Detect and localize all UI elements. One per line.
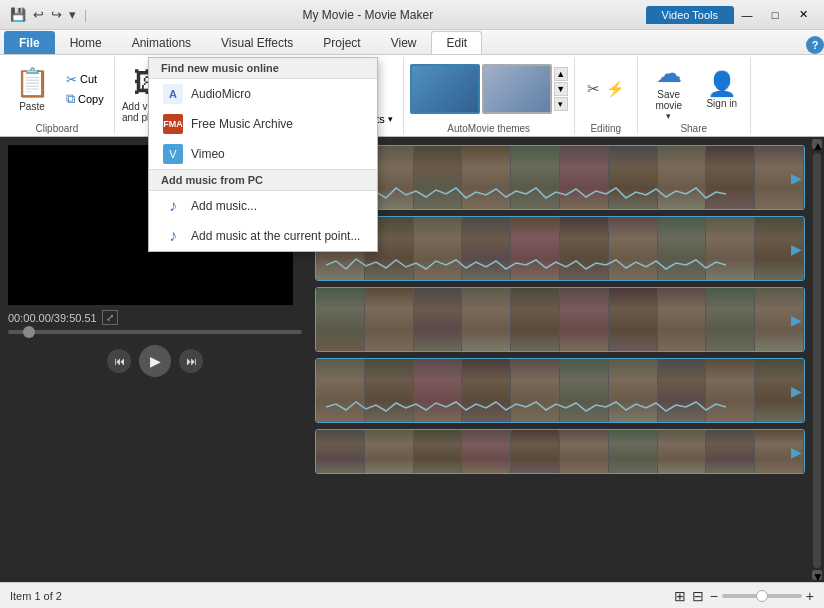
theme-1[interactable] [410, 64, 480, 114]
editing-label: Editing [590, 123, 621, 134]
status-icon-2[interactable]: ⊟ [692, 588, 704, 604]
tab-file[interactable]: File [4, 31, 55, 54]
free-music-archive-item[interactable]: FMA Free Music Archive [149, 109, 377, 139]
credits-dropdown[interactable]: ▾ [388, 114, 393, 124]
status-right: ⊞ ⊟ − + [674, 588, 814, 604]
playback-controls: ⏮ ▶ ⏭ [8, 345, 302, 377]
redo-btn[interactable]: ↪ [49, 6, 64, 23]
share-label: Share [680, 123, 707, 134]
window-controls[interactable]: — □ ✕ [734, 5, 816, 25]
themes-scroll-up[interactable]: ▲ [554, 67, 568, 81]
themes-label: AutoMovie themes [447, 123, 530, 134]
audiomicro-item[interactable]: A AudioMicro [149, 79, 377, 109]
ribbon-tabs: File Home Animations Visual Effects Proj… [0, 30, 824, 55]
ribbon: 📋 Paste ✂ Cut ⧉ Copy Clipboard 🖼 Add vid… [0, 55, 824, 137]
seek-thumb[interactable] [23, 326, 35, 338]
paste-button[interactable]: 📋 Paste [6, 59, 58, 119]
tab-edit[interactable]: Edit [431, 31, 482, 54]
waveform-2 [326, 255, 726, 275]
split-icon[interactable]: ⚡ [604, 78, 627, 100]
zoom-track[interactable] [722, 594, 802, 598]
add-music-pc-icon: ♪ [163, 196, 183, 216]
theme-2[interactable] [482, 64, 552, 114]
status-icon-1[interactable]: ⊞ [674, 588, 686, 604]
zoom-in-icon[interactable]: + [806, 588, 814, 604]
sign-in-avatar-icon: 👤 [707, 70, 737, 98]
close-button[interactable]: ✕ [790, 5, 816, 25]
qat-dropdown[interactable]: ▾ [67, 6, 78, 23]
timeline-panel[interactable] [310, 137, 810, 582]
status-bar: Item 1 of 2 ⊞ ⊟ − + [0, 582, 824, 608]
sign-in-button[interactable]: 👤 Sign in [700, 60, 744, 118]
cut-icon: ✂ [66, 72, 77, 87]
find-online-header: Find new music online [149, 58, 377, 79]
editing-buttons: ✂ ⚡ [585, 78, 627, 100]
timeline-track-2[interactable] [315, 216, 805, 281]
help-button[interactable]: ? [806, 36, 824, 54]
themes-scroll-more[interactable]: ▾ [554, 97, 568, 111]
zoom-out-icon[interactable]: − [710, 588, 718, 604]
scroll-thumb[interactable] [813, 153, 821, 568]
cut-button[interactable]: ✂ Cut [62, 71, 108, 88]
video-tools-tab[interactable]: Video Tools [646, 6, 734, 24]
expand-button[interactable]: ⤢ [102, 310, 118, 325]
timeline-track-5[interactable] [315, 429, 805, 474]
minimize-button[interactable]: — [734, 5, 760, 25]
clipboard-small-btns: ✂ Cut ⧉ Copy [62, 71, 108, 108]
zoom-slider[interactable]: − + [710, 588, 814, 604]
fma-icon: FMA [163, 114, 183, 134]
timeline-track-4[interactable] [315, 358, 805, 423]
save-movie-icon: ☁ [656, 58, 682, 89]
quick-access-toolbar[interactable]: 💾 ↩ ↪ ▾ | [8, 6, 90, 23]
scroll-up-btn[interactable]: ▲ [812, 139, 822, 149]
clipboard-group: 📋 Paste ✂ Cut ⧉ Copy Clipboard [0, 57, 115, 134]
add-music-current-icon: ♪ [163, 226, 183, 246]
preview-time: 00:00.00/39:50.51 ⤢ [8, 310, 302, 325]
add-music-current-item[interactable]: ♪ Add music at the current point... [149, 221, 377, 251]
tab-home[interactable]: Home [55, 31, 117, 54]
play-button[interactable]: ▶ [139, 345, 171, 377]
vimeo-icon: V [163, 144, 183, 164]
paste-icon: 📋 [15, 66, 50, 99]
timeline-track-3[interactable] [315, 287, 805, 352]
waveform-1 [326, 184, 726, 204]
status-item-label: Item 1 of 2 [10, 590, 674, 602]
themes-scroll-controls[interactable]: ▲ ▼ ▾ [554, 67, 568, 111]
zoom-thumb[interactable] [756, 590, 768, 602]
timeline-track-1[interactable] [315, 145, 805, 210]
window-title: My Movie - Movie Maker [90, 8, 645, 22]
audiomicro-icon: A [163, 84, 183, 104]
scroll-down-btn[interactable]: ▼ [812, 570, 822, 580]
tab-animations[interactable]: Animations [117, 31, 206, 54]
vimeo-item[interactable]: V Vimeo [149, 139, 377, 169]
prev-frame-button[interactable]: ⏮ [107, 349, 131, 373]
waveform-4 [326, 397, 726, 417]
main-area: 00:00.00/39:50.51 ⤢ ⏮ ▶ ⏭ [0, 137, 824, 582]
themes-scroll-down[interactable]: ▼ [554, 82, 568, 96]
maximize-button[interactable]: □ [762, 5, 788, 25]
copy-button[interactable]: ⧉ Copy [62, 90, 108, 108]
next-frame-button[interactable]: ⏭ [179, 349, 203, 373]
tab-view[interactable]: View [376, 31, 432, 54]
editing-group: ✂ ⚡ Editing [575, 57, 638, 134]
add-music-pc-item[interactable]: ♪ Add music... [149, 191, 377, 221]
add-music-dropdown-menu: Find new music online A AudioMicro FMA F… [148, 57, 378, 252]
timeline-scrollbar[interactable]: ▲ ▼ [810, 137, 824, 582]
trim-icon[interactable]: ✂ [585, 78, 602, 100]
copy-icon: ⧉ [66, 91, 75, 107]
save-movie-button[interactable]: ☁ Save movie ▾ [644, 60, 694, 118]
themes-group: ▲ ▼ ▾ AutoMovie themes [404, 57, 575, 134]
title-bar: 💾 ↩ ↪ ▾ | My Movie - Movie Maker Video T… [0, 0, 824, 30]
from-pc-header: Add music from PC [149, 170, 377, 191]
save-qat-btn[interactable]: 💾 [8, 6, 28, 23]
share-group: ☁ Save movie ▾ 👤 Sign in Share [638, 57, 751, 134]
undo-btn[interactable]: ↩ [31, 6, 46, 23]
filmstrip-5 [316, 430, 804, 473]
seek-bar[interactable] [8, 330, 302, 334]
tab-project[interactable]: Project [308, 31, 375, 54]
clipboard-label: Clipboard [35, 123, 78, 134]
tab-visual-effects[interactable]: Visual Effects [206, 31, 308, 54]
save-movie-dropdown[interactable]: ▾ [666, 111, 671, 121]
filmstrip-3 [316, 288, 804, 351]
